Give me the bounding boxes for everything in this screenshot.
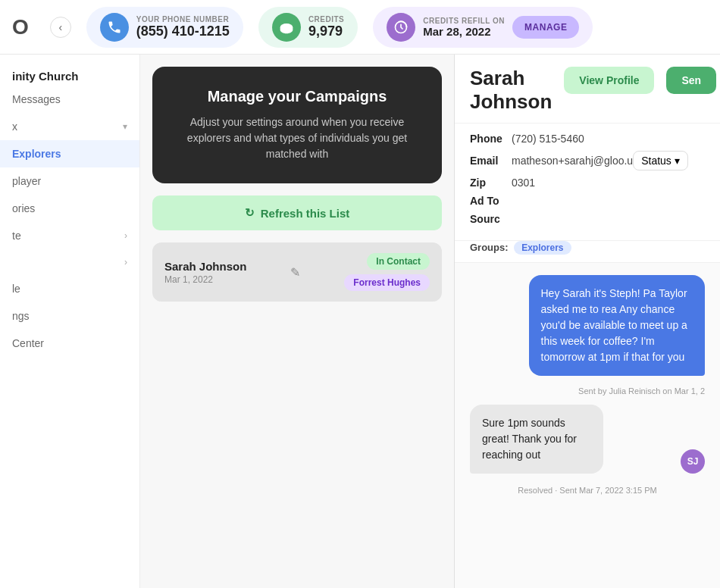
message-outgoing: Hey Sarah it's Steph! Pa Taylor asked me…: [529, 275, 706, 376]
groups-label: Groups:: [470, 242, 509, 253]
groups-row: Groups: Explorers: [455, 241, 720, 263]
source-field-label: Sourc: [470, 213, 512, 225]
campaign-description: Adjust your settings around when you rec…: [171, 114, 424, 162]
right-panel: Sarah Johnson View Profile Sen Phone (72…: [455, 55, 720, 588]
profile-header: Sarah Johnson View Profile Sen: [455, 55, 720, 124]
view-profile-button[interactable]: View Profile: [564, 67, 654, 94]
status-dropdown[interactable]: Status ▾: [633, 151, 688, 170]
sidebar-item-te[interactable]: te ›: [0, 222, 139, 249]
chevron-right-icon-2: ›: [124, 257, 127, 267]
refill-label: CREDITS REFILL ON: [423, 17, 505, 25]
top-bar: O ‹ YOUR PHONE NUMBER (855) 410-1215 CRE…: [0, 0, 720, 55]
campaign-card: Manage your Campaigns Adjust your settin…: [152, 67, 442, 183]
sidebar-item-blank[interactable]: ›: [0, 249, 139, 275]
refresh-label: Refresh this List: [261, 207, 350, 220]
main-area: inity Church Messages x ▾ Explorers play…: [0, 55, 720, 588]
profile-name: Sarah Johnson: [470, 67, 552, 114]
adto-field-label: Ad To: [470, 195, 512, 207]
sidebar-org: inity Church: [0, 64, 139, 86]
contact-info: Sarah Johnson Mar 1, 2022: [164, 260, 246, 285]
email-field-value: matheson+sarahj@gloo.u: [512, 155, 633, 167]
contact-badges: In Contact Forrest Hughes: [344, 253, 430, 291]
phone-icon: [100, 13, 129, 42]
contact-card[interactable]: Sarah Johnson Mar 1, 2022 ✎ In Contact F…: [152, 242, 442, 302]
back-button[interactable]: ‹: [50, 17, 71, 38]
sidebar-item-x[interactable]: x ▾: [0, 113, 139, 140]
chevron-dropdown-icon: ▾: [675, 155, 680, 167]
phone-field-value: (720) 515-5460: [512, 133, 584, 145]
refill-date: Mar 28, 2022: [423, 25, 505, 38]
chat-row-incoming: Sure 1pm sounds great! Thank you for rea…: [470, 405, 705, 474]
sidebar-item-ngs[interactable]: ngs: [0, 302, 139, 330]
refill-icon: [387, 13, 415, 42]
credits-value: 9,979: [308, 23, 344, 39]
message-outgoing-meta: Sent by Julia Reinisch on Mar 1, 2: [470, 386, 705, 396]
groups-value: Explorers: [514, 241, 571, 255]
sidebar-item-ories[interactable]: ories: [0, 195, 139, 222]
zip-field-label: Zip: [470, 177, 512, 189]
message-incoming: Sure 1pm sounds great! Thank you for rea…: [470, 405, 603, 474]
zip-detail-row: Zip 0301: [470, 177, 705, 189]
resolved-status: Resolved · Sent Mar 7, 2022 3:15 PM: [470, 483, 705, 498]
middle-panel: Manage your Campaigns Adjust your settin…: [140, 55, 455, 588]
phone-number: (855) 410-1215: [136, 23, 230, 39]
sidebar: inity Church Messages x ▾ Explorers play…: [0, 55, 140, 588]
refresh-list-button[interactable]: ↻ Refresh this List: [152, 195, 442, 230]
refill-pill: CREDITS REFILL ON Mar 28, 2022 MANAGE: [373, 7, 593, 48]
credits-icon: [272, 13, 301, 42]
source-detail-row: Sourc: [470, 213, 705, 225]
logo: O: [12, 15, 29, 39]
sidebar-item-player[interactable]: player: [0, 167, 139, 195]
agent-badge: Forrest Hughes: [344, 274, 430, 291]
send-button[interactable]: Sen: [666, 67, 716, 94]
sidebar-item-center[interactable]: Center: [0, 330, 139, 357]
phone-detail-row: Phone (720) 515-5460: [470, 133, 705, 145]
phone-field-label: Phone: [470, 133, 512, 145]
credits-pill: CREDITS 9,979: [258, 7, 358, 48]
chat-area: Hey Sarah it's Steph! Pa Taylor asked me…: [455, 263, 720, 588]
credits-label: CREDITS: [308, 15, 344, 23]
adto-detail-row: Ad To: [470, 195, 705, 207]
email-field-label: Email: [470, 155, 512, 167]
sidebar-item-le[interactable]: le: [0, 275, 139, 302]
in-contact-badge: In Contact: [367, 253, 430, 270]
chevron-down-icon: ▾: [123, 121, 127, 132]
zip-field-value: 0301: [512, 177, 535, 189]
contact-name: Sarah Johnson: [164, 260, 246, 273]
campaign-title: Manage your Campaigns: [171, 88, 424, 105]
phone-pill: YOUR PHONE NUMBER (855) 410-1215: [86, 7, 243, 48]
sidebar-item-messages[interactable]: Messages: [0, 86, 139, 113]
avatar: SJ: [681, 449, 705, 474]
sidebar-item-explorers[interactable]: Explorers: [0, 140, 139, 167]
manage-button[interactable]: MANAGE: [512, 16, 579, 39]
contact-date: Mar 1, 2022: [164, 274, 246, 285]
refresh-icon: ↻: [245, 206, 255, 220]
edit-icon[interactable]: ✎: [290, 265, 300, 280]
status-label: Status: [641, 155, 671, 167]
email-detail-row: Email matheson+sarahj@gloo.u Status ▾: [470, 151, 705, 170]
profile-details: Phone (720) 515-5460 Email matheson+sara…: [455, 124, 720, 241]
phone-label: YOUR PHONE NUMBER: [136, 15, 230, 23]
chevron-right-icon: ›: [124, 230, 127, 241]
